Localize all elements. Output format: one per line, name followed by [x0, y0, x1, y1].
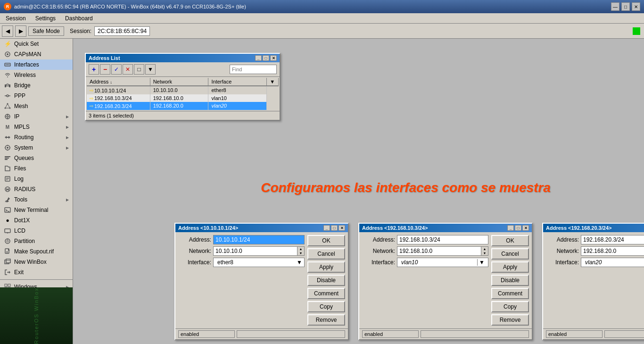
- dialog2-ok-button[interactable]: OK: [491, 235, 529, 246]
- dialog1-copy-button[interactable]: Copy: [307, 301, 345, 312]
- filter-address-button[interactable]: ▼: [145, 64, 156, 75]
- forward-button[interactable]: ▶: [15, 25, 26, 37]
- sidebar-item-interfaces[interactable]: Interfaces: [0, 59, 73, 70]
- sidebar-item-bridge[interactable]: Bridge: [0, 80, 73, 91]
- back-button[interactable]: ◀: [2, 25, 13, 37]
- sidebar-item-mesh[interactable]: Mesh: [0, 101, 73, 111]
- sidebar-item-radius[interactable]: RADIUS: [0, 184, 73, 194]
- sidebar-item-make-supout[interactable]: Make Supout.rif: [0, 246, 73, 257]
- row-interface: vlan20: [208, 102, 267, 110]
- sidebar-item-exit[interactable]: Exit: [0, 267, 73, 277]
- menu-session[interactable]: Session: [2, 14, 30, 23]
- sidebar-item-wireless[interactable]: Wireless: [0, 70, 73, 80]
- table-row[interactable]: ⇨ 10.10.10.1/24 10.10.10.0 ether8: [87, 86, 279, 94]
- interfaces-icon: [4, 61, 11, 68]
- dialog3-address-input[interactable]: [581, 235, 644, 244]
- sidebar-item-ppp[interactable]: PPP: [0, 91, 73, 101]
- sidebar-item-ip[interactable]: IP: [0, 111, 73, 122]
- sidebar-item-capsman[interactable]: CAPsMAN: [0, 49, 73, 59]
- dialog1-network-up[interactable]: ▲: [297, 247, 304, 251]
- dialog2-apply-button[interactable]: Apply: [491, 261, 529, 273]
- sidebar-item-routing[interactable]: Routing: [0, 132, 73, 143]
- dialog1-interface-arrow[interactable]: ▼: [297, 259, 302, 266]
- maximize-button[interactable]: □: [621, 2, 630, 11]
- row-network: 192.168.20.0: [150, 102, 208, 110]
- row-network: 192.168.10.0: [150, 94, 208, 102]
- dialog1-close-btn[interactable]: ✕: [339, 225, 345, 231]
- address-find-input[interactable]: [230, 65, 277, 74]
- dialog1-disable-button[interactable]: Disable: [307, 275, 345, 286]
- sidebar-item-new-winbox[interactable]: New WinBox: [0, 257, 73, 267]
- sidebar-label-ppp: PPP: [14, 92, 25, 99]
- dialog3-interface-select[interactable]: vlan20 ▼: [581, 258, 644, 267]
- close-button[interactable]: ✕: [632, 2, 640, 11]
- sidebar-label-make-supout: Make Supout.rif: [14, 248, 54, 255]
- dialog2-network-spinner[interactable]: ▲ ▼: [481, 246, 488, 256]
- col-scroll[interactable]: ▼: [267, 78, 279, 86]
- sidebar-item-tools[interactable]: Tools: [0, 194, 73, 205]
- dialog2-cancel-button[interactable]: Cancel: [491, 248, 529, 260]
- sidebar-item-system[interactable]: System: [0, 143, 73, 153]
- dialog1-win-controls[interactable]: _ □ ✕: [323, 225, 345, 231]
- address-list-minimize-btn[interactable]: _: [255, 55, 262, 61]
- add-address-button[interactable]: +: [89, 64, 99, 75]
- dialog1-address-input[interactable]: [213, 235, 305, 244]
- sidebar-item-partition[interactable]: Partition: [0, 236, 73, 246]
- dialog1-cancel-button[interactable]: Cancel: [307, 248, 345, 260]
- menu-dashboard[interactable]: Dashboard: [61, 14, 97, 23]
- dialog2-minimize-btn[interactable]: _: [507, 225, 514, 231]
- sidebar-item-lcd[interactable]: LCD: [0, 226, 73, 236]
- col-network[interactable]: Network: [150, 78, 208, 86]
- enable-address-button[interactable]: ✓: [111, 64, 122, 75]
- col-address[interactable]: Address: [87, 78, 150, 86]
- dialog1-apply-button[interactable]: Apply: [307, 261, 345, 273]
- capsman-icon: [4, 50, 11, 58]
- dialog1-maximize-btn[interactable]: □: [331, 225, 338, 231]
- sidebar-item-new-terminal[interactable]: New Terminal: [0, 205, 73, 215]
- dialog2-network-up[interactable]: ▲: [481, 247, 488, 251]
- dialog1-network-spinner[interactable]: ▲ ▼: [297, 246, 305, 256]
- dialog2-disable-button[interactable]: Disable: [491, 275, 529, 286]
- sidebar-item-quickset[interactable]: ⚡ Quick Set: [0, 39, 73, 49]
- dialog2-close-btn[interactable]: ✕: [522, 225, 529, 231]
- address-list-maximize-btn[interactable]: □: [263, 55, 269, 61]
- remove-address-button[interactable]: −: [100, 64, 110, 75]
- dialog2-network-input[interactable]: [397, 246, 481, 256]
- dialog2-win-controls[interactable]: _ □ ✕: [507, 225, 529, 231]
- dialog2-network-down[interactable]: ▼: [481, 251, 488, 255]
- dialog2-copy-button[interactable]: Copy: [491, 301, 529, 312]
- disable-address-button[interactable]: ✕: [123, 64, 133, 75]
- dialog1-interface-select[interactable]: ether8 ▼: [213, 258, 305, 267]
- dialog1-address-label: Address:: [178, 236, 211, 243]
- dialog1-address-row: Address:: [178, 235, 305, 244]
- address-list-close-btn[interactable]: ✕: [270, 55, 277, 61]
- dialog3-network-input[interactable]: [581, 246, 644, 256]
- table-row-selected[interactable]: ⇨ 192.168.20.3/24 192.168.20.0 vlan20: [87, 102, 279, 110]
- dialog1-remove-button[interactable]: Remove: [307, 314, 345, 326]
- sidebar-item-dot1x[interactable]: ● Dot1X: [0, 215, 73, 226]
- dialog2-interface-select[interactable]: vlan10 ▼: [397, 258, 488, 267]
- copy-address-button[interactable]: □: [134, 64, 144, 75]
- dialog2-interface-arrow[interactable]: ▼: [477, 259, 486, 266]
- sidebar-item-files[interactable]: Files: [0, 163, 73, 174]
- dialog3-titlebar: Address <192.168.20.3/24> _ □ ✕: [543, 224, 644, 232]
- dialog1-minimize-btn[interactable]: _: [323, 225, 330, 231]
- dialog2-address-input[interactable]: [397, 235, 488, 244]
- table-row[interactable]: ⇨ 192.168.10.3/24 192.168.10.0 vlan10: [87, 94, 279, 102]
- dialog1-comment-button[interactable]: Comment: [307, 288, 345, 299]
- dialog1-network-down[interactable]: ▼: [297, 251, 304, 255]
- sidebar-item-mpls[interactable]: M MPLS: [0, 122, 73, 132]
- address-list-win-controls[interactable]: _ □ ✕: [255, 55, 277, 61]
- col-interface[interactable]: Interface: [208, 78, 267, 86]
- dialog2-comment-button[interactable]: Comment: [491, 288, 529, 299]
- sidebar-item-queues[interactable]: Queues: [0, 153, 73, 163]
- minimize-button[interactable]: —: [611, 2, 619, 11]
- safe-mode-button[interactable]: Safe Mode: [28, 26, 64, 36]
- dialog1-network-input[interactable]: [213, 246, 297, 256]
- dialog2-remove-button[interactable]: Remove: [491, 314, 529, 326]
- menu-settings[interactable]: Settings: [32, 14, 59, 23]
- dialog2-maximize-btn[interactable]: □: [515, 225, 521, 231]
- title-bar-controls[interactable]: — □ ✕: [611, 2, 640, 11]
- sidebar-item-log[interactable]: Log: [0, 174, 73, 184]
- dialog1-ok-button[interactable]: OK: [307, 235, 345, 246]
